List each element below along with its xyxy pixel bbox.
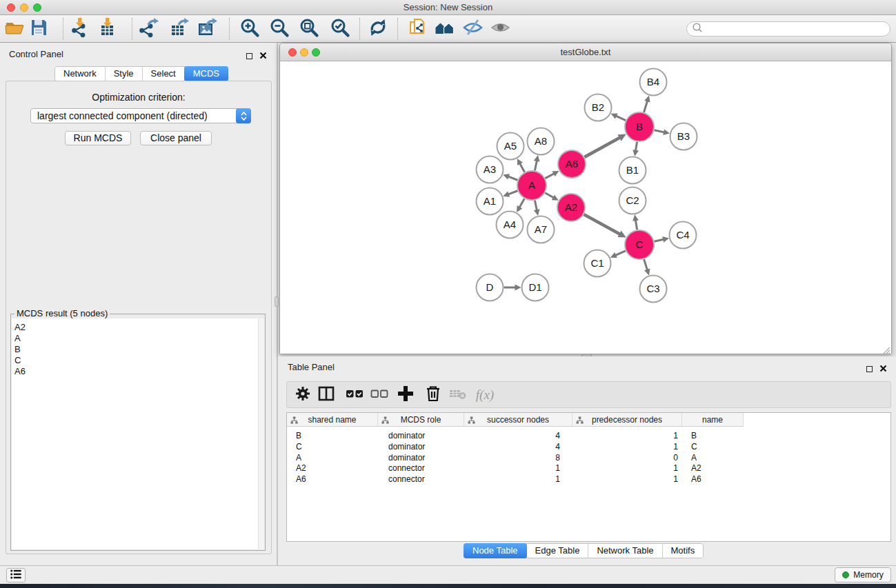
scrollbar-track[interactable] [258,318,264,549]
graph-node-B1[interactable]: B1 [619,157,646,184]
column-view-button[interactable] [316,385,337,405]
graph-edge-B-B2[interactable] [611,113,626,120]
table-cell[interactable]: dominator [378,441,464,452]
graph-edge-A2-C[interactable] [584,214,626,237]
graph-node-D1[interactable]: D1 [522,274,549,301]
delete-table-button[interactable] [448,385,468,405]
export-table-button[interactable] [169,19,190,39]
graph-edge-A-A3[interactable] [503,174,517,180]
open-file-button[interactable] [4,19,25,39]
column-header[interactable]: name [682,413,744,427]
tab-network-table[interactable]: Network Table [588,544,662,558]
task-history-button[interactable] [6,568,26,582]
hide-selected-button[interactable] [462,19,483,39]
mcds-result-item[interactable]: B [12,344,264,355]
table-cell[interactable]: 4 [464,441,573,452]
export-network-button[interactable] [139,19,159,39]
network-canvas[interactable]: B4B2BB3A8A5A6A3B1AA1C2A2A4A7C4CC1C3DD1 [280,61,891,354]
graph-edge-A-A8[interactable] [534,155,540,170]
graph-edge-B-B1[interactable] [633,142,639,156]
table-cell[interactable]: 1 [464,474,573,485]
function-builder-button[interactable]: f(x) [475,385,495,405]
graph-node-B2[interactable]: B2 [585,94,612,121]
graph-edge-A-A5[interactable] [517,159,525,172]
graph-node-C3[interactable]: C3 [640,276,667,303]
table-cell[interactable]: 4 [464,430,573,441]
graph-node-B[interactable]: B [625,112,654,141]
table-cell[interactable]: A6 [287,474,378,485]
tab-mcds[interactable]: MCDS [184,66,228,81]
float-table-panel-button[interactable] [866,366,873,372]
column-header[interactable]: successor nodes [464,413,573,427]
column-header[interactable]: predecessor nodes [573,413,682,427]
tab-select[interactable]: Select [143,67,185,81]
close-table-panel-icon[interactable] [879,363,887,375]
network-minimize-button[interactable] [300,48,308,57]
table-cell[interactable]: B [287,430,378,441]
add-column-button[interactable] [395,385,416,405]
graph-node-C1[interactable]: C1 [584,250,611,277]
table-cell[interactable]: 8 [464,452,573,463]
close-panel-icon[interactable] [259,50,267,62]
app-close-button[interactable] [7,3,15,12]
run-mcds-button[interactable]: Run MCDS [65,131,131,145]
float-panel-button[interactable] [246,53,252,59]
memory-button[interactable]: Memory [835,567,891,582]
graph-node-A4[interactable]: A4 [497,212,524,239]
close-panel-button[interactable]: Close panel [140,131,212,145]
zoom-out-button[interactable] [269,19,290,39]
save-session-button[interactable] [28,19,49,39]
graph-node-A5[interactable]: A5 [497,133,524,160]
graph-edge-A-A6[interactable] [545,171,559,179]
table-options-button[interactable] [292,385,313,405]
first-neighbors-button[interactable] [435,19,455,39]
table-cell[interactable]: A [287,452,378,463]
export-image-button[interactable] [197,19,218,39]
app-minimize-button[interactable] [20,3,28,12]
resize-grip[interactable] [882,345,890,353]
zoom-fit-button[interactable] [299,19,319,39]
table-cell[interactable]: C [682,441,744,452]
graph-edge-C-C4[interactable] [654,236,669,243]
mcds-result-item[interactable]: A6 [12,366,264,377]
unselect-all-button[interactable] [369,385,390,405]
graph-edge-C-C2[interactable] [633,214,639,230]
table-cell[interactable]: 1 [573,463,682,474]
graph-node-A1[interactable]: A1 [477,188,504,215]
table-cell[interactable]: 1 [573,474,682,485]
tab-node-table[interactable]: Node Table [464,543,528,558]
graph-edge-B-B4[interactable] [644,96,650,112]
graph-node-A7[interactable]: A7 [528,216,555,243]
graph-edge-A6-B[interactable] [584,134,626,157]
select-all-button[interactable] [344,385,365,405]
table-cell[interactable]: dominator [378,452,464,463]
table-cell[interactable]: connector [378,463,464,474]
graph-node-A2[interactable]: A2 [557,194,585,221]
tab-network[interactable]: Network [55,67,106,81]
table-cell[interactable]: 1 [573,441,682,452]
import-network-button[interactable] [71,19,92,39]
new-network-from-selection-button[interactable] [407,19,428,39]
graph-node-A8[interactable]: A8 [528,128,555,155]
table-cell[interactable]: 0 [573,452,682,463]
show-all-button[interactable] [490,19,510,39]
mcds-result-item[interactable]: A2 [12,318,264,333]
graph-edge-A-A4[interactable] [517,199,524,212]
network-close-button[interactable] [288,48,297,57]
graph-node-C2[interactable]: C2 [619,187,646,214]
graph-edge-B-B3[interactable] [654,129,669,135]
table-cell[interactable]: dominator [378,430,464,441]
search-field[interactable] [686,21,890,37]
search-input[interactable] [704,23,890,34]
graph-node-C4[interactable]: C4 [670,222,697,249]
table-cell[interactable]: A [682,452,744,463]
column-header[interactable]: MCDS role [378,413,464,427]
graph-node-C[interactable]: C [625,230,654,259]
graph-edge-A-A1[interactable] [503,191,517,197]
graph-node-A[interactable]: A [517,171,546,200]
table-cell[interactable]: C [287,441,378,452]
table-cell[interactable]: A2 [682,463,744,474]
graph-edge-A-A2[interactable] [545,193,559,201]
graph-edge-C-C3[interactable] [644,259,650,275]
app-zoom-button[interactable] [33,3,41,12]
